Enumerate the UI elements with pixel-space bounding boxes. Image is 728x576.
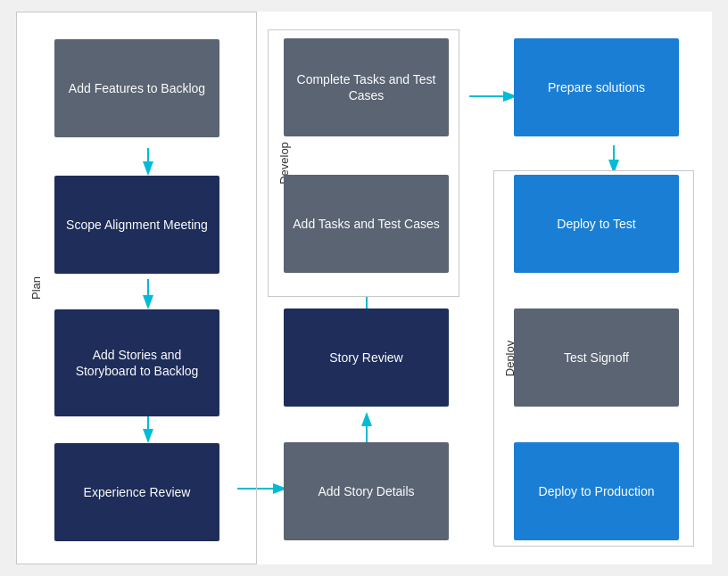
story-review-box: Story Review bbox=[284, 309, 449, 407]
experience-review-box: Experience Review bbox=[54, 443, 219, 541]
deploy-test-box: Deploy to Test bbox=[514, 175, 679, 273]
add-stories-box: Add Stories and Storyboard to Backlog bbox=[54, 309, 219, 416]
test-signoff-box: Test Signoff bbox=[514, 309, 679, 407]
add-tasks-box: Add Tasks and Test Cases bbox=[284, 175, 449, 273]
plan-label: Plan bbox=[29, 276, 43, 300]
deploy-production-box: Deploy to Production bbox=[514, 442, 679, 540]
prepare-solutions-box: Prepare solutions bbox=[514, 38, 679, 136]
add-features-box: Add Features to Backlog bbox=[54, 39, 219, 137]
complete-tasks-box: Complete Tasks and Test Cases bbox=[284, 38, 449, 136]
scope-alignment-box: Scope Alignment Meeting bbox=[54, 176, 219, 274]
plan-section: Plan Add Features to Backlog Scope Align… bbox=[16, 12, 257, 564]
add-story-details-box: Add Story Details bbox=[284, 442, 449, 540]
diagram-container: Plan Add Features to Backlog Scope Align… bbox=[16, 12, 712, 564]
